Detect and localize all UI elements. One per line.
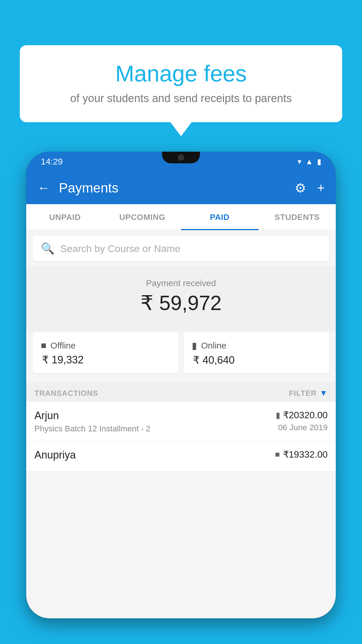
add-icon[interactable]: + [317, 181, 325, 195]
app-title: Payments [59, 180, 286, 196]
screen-body: 🔍 Search by Course or Name Payment recei… [26, 230, 336, 618]
transactions-label: TRANSACTIONS [34, 389, 98, 398]
status-icons: ▾ ▲ ▮ [298, 157, 321, 166]
transaction-name: Arjun [34, 410, 150, 422]
transaction-detail: Physics Batch 12 Installment - 2 [34, 424, 150, 433]
offline-card-header: ■ Offline [41, 340, 170, 351]
speech-bubble: Manage fees of your students and send re… [20, 45, 342, 122]
online-label: Online [201, 341, 226, 351]
transaction-row[interactable]: Arjun Physics Batch 12 Installment - 2 ▮… [26, 402, 336, 441]
transaction-date: 06 June 2019 [278, 423, 328, 432]
cash-payment-icon: ■ [275, 450, 280, 459]
payment-received-label: Payment received [32, 278, 330, 288]
online-card: ▮ Online ₹ 40,640 [184, 332, 329, 373]
status-time: 14:29 [41, 157, 63, 167]
tab-paid[interactable]: PAID [181, 204, 259, 230]
phone-frame: 14:29 ▾ ▲ ▮ ← Payments ⚙ + [26, 152, 336, 618]
tab-students[interactable]: STUDENTS [259, 204, 336, 230]
transaction-amount-row: ▮ ₹20320.00 [276, 410, 328, 421]
transactions-header: TRANSACTIONS FILTER ▼ [26, 382, 336, 402]
phone-container: 14:29 ▾ ▲ ▮ ← Payments ⚙ + [26, 152, 336, 644]
search-placeholder: Search by Course or Name [60, 243, 180, 254]
app-bar: ← Payments ⚙ + [26, 172, 336, 204]
offline-amount: ₹ 19,332 [41, 354, 170, 366]
content-area: 🔍 Search by Course or Name Payment recei… [26, 230, 336, 618]
signal-icon: ▲ [305, 157, 313, 166]
payment-section: Payment received ₹ 59,972 [26, 267, 336, 332]
transaction-right: ▮ ₹20320.00 06 June 2019 [276, 410, 328, 432]
online-amount: ₹ 40,640 [192, 354, 321, 366]
transaction-amount-row: ■ ₹19332.00 [275, 449, 328, 460]
bubble-subtitle: of your students and send receipts to pa… [37, 92, 325, 105]
filter-icon: ▼ [319, 388, 328, 398]
front-camera [178, 154, 184, 161]
payment-cards: ■ Offline ₹ 19,332 ▮ Online ₹ 40, [26, 332, 336, 382]
tab-unpaid[interactable]: UNPAID [26, 204, 104, 230]
transaction-amount: ₹19332.00 [283, 449, 328, 460]
filter-button[interactable]: FILTER ▼ [289, 388, 328, 398]
tab-upcoming[interactable]: UPCOMING [104, 204, 181, 230]
filter-label: FILTER [289, 389, 317, 398]
offline-payment-icon: ■ [41, 340, 46, 351]
transaction-right: ■ ₹19332.00 [275, 449, 328, 460]
wifi-icon: ▾ [298, 157, 301, 166]
transaction-amount: ₹20320.00 [283, 410, 328, 421]
payment-total-amount: ₹ 59,972 [32, 291, 330, 315]
bubble-title: Manage fees [37, 61, 325, 86]
card-payment-icon: ▮ [276, 410, 280, 420]
battery-icon: ▮ [317, 157, 321, 166]
transaction-left: Arjun Physics Batch 12 Installment - 2 [34, 410, 150, 433]
offline-label: Offline [50, 341, 75, 351]
offline-card: ■ Offline ₹ 19,332 [33, 332, 178, 373]
background: Manage fees of your students and send re… [0, 0, 362, 644]
tabs-bar: UNPAID UPCOMING PAID STUDENTS [26, 204, 336, 230]
back-button[interactable]: ← [37, 181, 50, 195]
speech-bubble-container: Manage fees of your students and send re… [20, 45, 342, 122]
search-icon: 🔍 [41, 242, 55, 255]
notch [162, 152, 200, 163]
transaction-left: Anupriya [34, 449, 76, 463]
app-bar-actions: ⚙ + [295, 181, 325, 195]
transaction-row[interactable]: Anupriya ■ ₹19332.00 [26, 441, 336, 471]
transaction-name: Anupriya [34, 449, 76, 461]
online-card-header: ▮ Online [192, 340, 321, 351]
search-bar[interactable]: 🔍 Search by Course or Name [33, 236, 329, 261]
phone-screen: 14:29 ▾ ▲ ▮ ← Payments ⚙ + [26, 152, 336, 618]
online-payment-icon: ▮ [192, 340, 197, 351]
settings-icon[interactable]: ⚙ [295, 181, 306, 195]
